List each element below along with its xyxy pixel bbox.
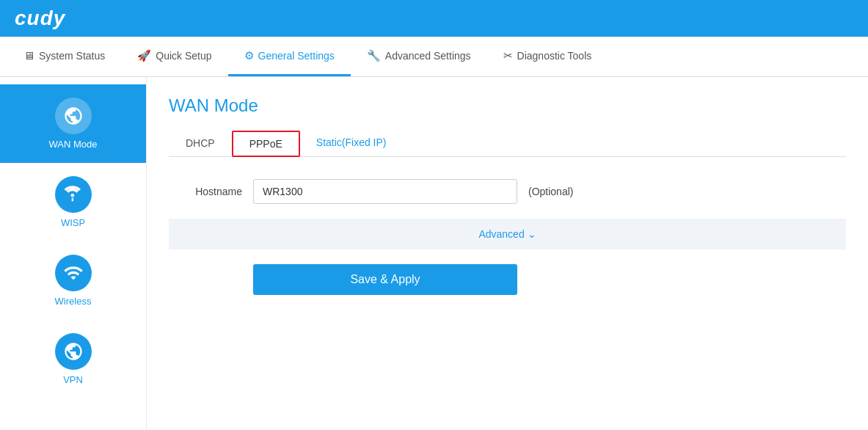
vpn-icon [63, 341, 84, 362]
wireless-icon-bg [55, 255, 92, 291]
nav-item-system-status[interactable]: 🖥 System Status [7, 37, 121, 76]
nav-label-system-status: System Status [39, 50, 105, 62]
nav-label-diagnostic-tools: Diagnostic Tools [517, 50, 592, 62]
nav-item-advanced-settings[interactable]: 🔧 Advanced Settings [351, 37, 487, 76]
nav-label-quick-setup: Quick Setup [156, 50, 211, 62]
content-area: WAN Mode DHCP PPPoE Static(Fixed IP) Hos… [147, 77, 868, 430]
main-layout: WAN Mode WISP Wireless [0, 77, 868, 430]
navbar: 🖥 System Status 🚀 Quick Setup ⚙ General … [0, 37, 868, 77]
wan-mode-icon-bg [55, 98, 92, 134]
sidebar-item-wisp[interactable]: WISP [0, 163, 146, 241]
diagnostic-tools-icon: ✂ [503, 49, 513, 62]
tab-dhcp[interactable]: DHCP [169, 131, 232, 157]
nav-label-general-settings: General Settings [258, 50, 335, 62]
advanced-link[interactable]: Advanced ⌄ [478, 228, 536, 240]
wan-mode-icon [63, 106, 84, 126]
nav-item-general-settings[interactable]: ⚙ General Settings [228, 37, 351, 76]
advanced-row: Advanced ⌄ [169, 219, 846, 249]
wisp-icon [63, 184, 84, 205]
sidebar-item-wireless[interactable]: Wireless [0, 241, 146, 320]
sidebar-label-wisp: WISP [61, 217, 85, 228]
sidebar-label-wireless: Wireless [55, 296, 92, 307]
sidebar-item-wan-mode[interactable]: WAN Mode [0, 84, 146, 163]
page-title: WAN Mode [169, 95, 846, 116]
sidebar-item-vpn[interactable]: VPN [0, 320, 146, 398]
logo: cudy [15, 7, 65, 30]
hostname-label: Hostname [169, 186, 242, 197]
wan-mode-tabs: DHCP PPPoE Static(Fixed IP) [169, 131, 846, 157]
sidebar: WAN Mode WISP Wireless [0, 77, 147, 430]
hostname-input[interactable] [253, 179, 517, 204]
tab-pppoe[interactable]: PPPoE [232, 131, 300, 157]
header: cudy [0, 0, 868, 37]
sidebar-label-wan-mode: WAN Mode [49, 139, 98, 150]
tab-static[interactable]: Static(Fixed IP) [300, 131, 403, 157]
vpn-icon-bg [55, 333, 92, 370]
nav-label-advanced-settings: Advanced Settings [385, 50, 471, 62]
quick-setup-icon: 🚀 [137, 49, 151, 62]
general-settings-icon: ⚙ [244, 49, 254, 62]
sidebar-label-vpn: VPN [63, 374, 83, 385]
hostname-row: Hostname (Optional) [169, 179, 846, 204]
save-apply-button[interactable]: Save & Apply [253, 264, 517, 295]
nav-item-diagnostic-tools[interactable]: ✂ Diagnostic Tools [487, 37, 608, 76]
advanced-settings-icon: 🔧 [367, 49, 381, 62]
wireless-icon [63, 263, 84, 283]
wisp-icon-bg [55, 176, 92, 213]
system-status-icon: 🖥 [23, 49, 34, 62]
optional-label: (Optional) [528, 186, 573, 197]
nav-item-quick-setup[interactable]: 🚀 Quick Setup [121, 37, 227, 76]
